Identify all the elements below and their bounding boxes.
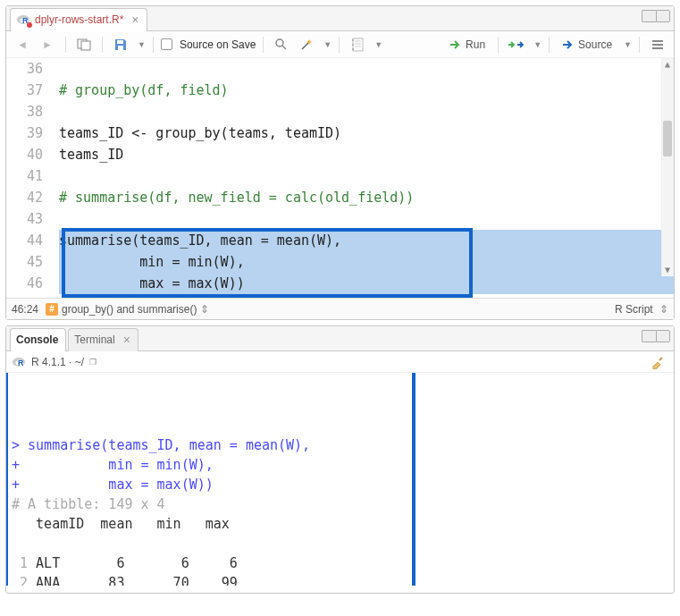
back-icon[interactable]: ◄ <box>12 35 33 55</box>
svg-rect-4 <box>81 41 90 50</box>
notebook-icon[interactable] <box>347 35 368 55</box>
editor-scrollbar[interactable]: ▲ ▼ <box>661 58 674 276</box>
console-toolbar: R R 4.1.1 · ~/ ❐ <box>6 351 674 373</box>
section-label: group_by() and summarise() <box>62 303 197 316</box>
save-dropdown-icon[interactable]: ▼ <box>138 40 146 49</box>
console-context: R 4.1.1 · ~/ <box>31 356 84 368</box>
rerun-icon[interactable] <box>506 35 527 55</box>
find-icon[interactable] <box>271 35 292 55</box>
rerun-dropdown-icon[interactable]: ▼ <box>533 40 541 49</box>
console-tab[interactable]: Console <box>10 328 66 351</box>
svg-line-8 <box>282 46 286 49</box>
source-label: Source <box>578 38 612 51</box>
console-output[interactable]: > summarise(teams_ID, mean = mean(W),+ m… <box>6 373 674 586</box>
save-icon[interactable] <box>110 35 131 55</box>
editor-toolbar: ◄ ► ▼ Source on Save ▼ ▼ Run <box>6 31 674 58</box>
show-in-new-window-icon[interactable] <box>73 35 95 55</box>
magic-wand-icon[interactable] <box>296 35 317 55</box>
scroll-down-icon[interactable]: ▼ <box>661 264 674 276</box>
source-on-save-checkbox[interactable] <box>161 38 172 50</box>
terminal-tab-label: Terminal <box>74 333 114 346</box>
clear-console-icon[interactable] <box>647 352 668 372</box>
r-file-icon: R <box>16 13 30 27</box>
section-hash-icon: # <box>46 303 58 316</box>
section-updown-icon: ⇕ <box>200 303 209 316</box>
section-crumb[interactable]: # group_by() and summarise() ⇕ <box>46 303 209 316</box>
svg-rect-6 <box>118 46 123 50</box>
svg-rect-10 <box>353 38 363 51</box>
console-tab-bar: Console Terminal × <box>6 326 674 351</box>
wand-dropdown-icon[interactable]: ▼ <box>323 40 332 49</box>
console-pane: Console Terminal × R R 4.1.1 · ~/ ❐ > su… <box>5 325 675 594</box>
close-terminal-icon[interactable]: × <box>123 333 130 347</box>
outline-icon[interactable] <box>647 35 668 55</box>
forward-icon[interactable]: ► <box>37 35 58 55</box>
editor-tab-bar: R dplyr-rows-start.R* × <box>6 6 674 31</box>
console-tab-label: Console <box>16 333 58 346</box>
line-gutter: 3637383940414243444546 <box>6 58 55 298</box>
notebook-dropdown-icon[interactable]: ▼ <box>374 40 382 49</box>
language-mode[interactable]: R Script ⇕ <box>615 303 668 316</box>
svg-point-7 <box>276 39 283 46</box>
r-session-icon: R <box>12 355 26 369</box>
cursor-position: 46:24 <box>12 303 38 316</box>
run-arrow-icon <box>449 39 462 50</box>
file-tab-label: dplyr-rows-start.R* <box>35 13 123 26</box>
run-label: Run <box>466 38 485 51</box>
source-dropdown-icon[interactable]: ▼ <box>624 40 632 49</box>
editor-status-bar: 46:24 # group_by() and summarise() ⇕ R S… <box>6 298 674 319</box>
pane-window-controls[interactable] <box>642 10 670 22</box>
code-content[interactable]: # group_by(df, field)teams_ID <- group_b… <box>55 58 674 298</box>
svg-text:R: R <box>18 359 24 367</box>
scrollbar-thumb[interactable] <box>663 121 672 156</box>
console-window-controls[interactable] <box>642 330 670 342</box>
svg-rect-5 <box>117 40 123 44</box>
editor-pane: R dplyr-rows-start.R* × ◄ ► ▼ Source on … <box>5 5 675 320</box>
run-button[interactable]: Run <box>444 35 491 55</box>
terminal-tab[interactable]: Terminal × <box>68 328 139 351</box>
svg-line-23 <box>659 358 662 360</box>
scroll-up-icon[interactable]: ▲ <box>661 58 674 71</box>
source-on-save-label: Source on Save <box>180 38 256 51</box>
svg-line-9 <box>302 42 309 49</box>
code-editor[interactable]: 3637383940414243444546 # group_by(df, fi… <box>6 58 674 298</box>
close-tab-icon[interactable]: × <box>131 13 139 27</box>
context-popup-icon[interactable]: ❐ <box>89 358 97 367</box>
source-arrow-icon <box>562 39 575 50</box>
source-button[interactable]: Source <box>557 35 617 55</box>
file-tab[interactable]: R dplyr-rows-start.R* × <box>10 8 147 31</box>
